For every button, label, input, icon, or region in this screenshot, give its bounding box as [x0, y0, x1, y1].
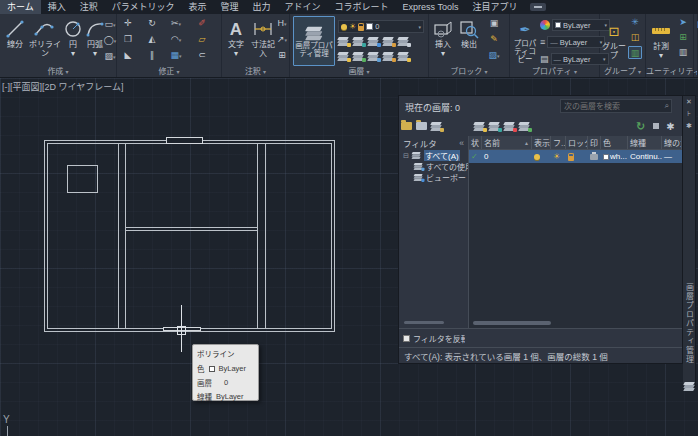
move-tool[interactable]: ✛ — [121, 17, 135, 30]
set-current-layer-button[interactable] — [517, 119, 532, 134]
create-block-tool[interactable]: ▣ — [487, 17, 501, 30]
layer-freeze-tool[interactable] — [368, 37, 379, 46]
block-editor-tool[interactable]: ▨▾ — [487, 49, 501, 62]
match-properties-button[interactable]: ✒ プロパティコピー — [511, 18, 539, 64]
layer-thaw-all-tool[interactable] — [368, 52, 379, 61]
layer-freeze-cell[interactable]: ☀ — [551, 150, 566, 163]
panel-layers-label[interactable]: 画層 ▾ — [290, 65, 428, 76]
layer-unisolate-tool[interactable] — [353, 52, 364, 61]
define-attribute-tool[interactable]: ✎ — [487, 33, 501, 46]
tab-addins[interactable]: アドイン — [278, 0, 328, 14]
insert-block-button[interactable]: 挿入 ▾ — [431, 18, 455, 58]
tab-featured-apps[interactable]: 注目アプリ — [465, 0, 524, 14]
detect-button[interactable]: 検出 — [457, 18, 481, 49]
tab-view[interactable]: 表示 — [182, 0, 214, 14]
group-button[interactable]: ⊡ グループ — [601, 20, 627, 60]
array-tool[interactable]: ▦▾ — [169, 49, 183, 62]
invert-filter-checkbox[interactable] — [403, 335, 410, 342]
panel-annotation-label[interactable]: 注釈 ▾ — [222, 65, 289, 76]
column-name[interactable]: 名前▲ — [482, 136, 532, 149]
layer-dropdown[interactable]: ☀ 0 ▾ — [338, 20, 424, 33]
circle-button[interactable]: 円 ▾ — [62, 18, 84, 58]
measure-button[interactable]: 計測 ▾ — [647, 20, 675, 60]
group-selection-toggle[interactable]: ▥ — [628, 46, 642, 59]
copy-tool[interactable]: ❐ — [121, 33, 135, 46]
group-edit-tool[interactable]: ◫ — [628, 31, 642, 44]
layer-isolate-tool[interactable] — [353, 37, 364, 46]
layer-properties-manager-button[interactable]: 画層プロパティ管理 — [293, 16, 335, 66]
offset-tool[interactable]: ∥ — [145, 49, 159, 62]
palette-close-button[interactable]: ✕ — [683, 96, 695, 108]
layer-lock-cell[interactable] — [566, 150, 588, 163]
quick-select-tool[interactable]: ➤ — [676, 16, 690, 29]
stretch-tool[interactable]: ▱ — [195, 33, 209, 46]
tab-insert[interactable]: 挿入 — [41, 0, 73, 14]
ellipse-tool[interactable]: ◯▾ — [103, 34, 117, 47]
lengthen-tool[interactable]: ⊂ — [195, 49, 209, 62]
layer-lock-tool[interactable] — [383, 37, 394, 46]
palette-properties-button[interactable]: ✱ — [683, 120, 695, 132]
trim-tool[interactable]: ✂▾ — [169, 17, 183, 30]
layer-search-box[interactable]: ⌕ — [560, 99, 672, 113]
filter-viewport-overrides-item[interactable]: ビューポート オーバーライド — [399, 172, 468, 183]
layer-search-input[interactable] — [561, 102, 665, 111]
layer-color-cell[interactable]: wh... — [601, 150, 628, 163]
new-layer-button[interactable] — [472, 119, 487, 134]
filter-all-item[interactable]: ⊟ すべて(A) — [399, 150, 468, 161]
new-property-filter-button[interactable] — [399, 119, 414, 134]
panel-groups-label[interactable]: グループ ▾ — [600, 65, 645, 76]
layer-unlock-tool-2[interactable] — [383, 52, 394, 61]
mirror-tool[interactable]: ◭ — [145, 33, 159, 46]
palette-settings-button[interactable]: ✱ — [663, 119, 678, 134]
calculator-tool[interactable]: ▥ — [676, 46, 690, 59]
paste-tool[interactable]: ▤ — [694, 18, 698, 31]
column-freeze[interactable]: フ... — [551, 136, 566, 149]
tab-annotate[interactable]: 注釈 — [73, 0, 105, 14]
hatch-tool[interactable]: ▨▾ — [103, 50, 117, 63]
new-group-filter-button[interactable] — [414, 119, 429, 134]
refresh-button[interactable]: ↻ — [633, 119, 648, 134]
column-linetype[interactable]: 線種 — [628, 136, 662, 149]
layer-lineweight-cell[interactable]: — — [662, 150, 682, 163]
text-button[interactable]: A 文字 ▾ — [224, 18, 248, 58]
leader-tool[interactable]: H▾ — [275, 17, 289, 30]
layer-linetype-cell[interactable]: Continu... — [628, 150, 662, 163]
panel-properties-label[interactable]: プロパティ ▾ — [510, 65, 599, 76]
ungroup-tool[interactable]: ✳ — [628, 16, 642, 29]
collapse-tree-button[interactable]: « — [459, 138, 464, 148]
panel-utilities-label[interactable]: ユーティリティ ▾ — [646, 65, 693, 76]
erase-tool[interactable]: ✐ — [195, 17, 209, 30]
column-on[interactable]: 表示 — [532, 136, 551, 149]
tab-collaborate[interactable]: コラボレート — [328, 0, 396, 14]
tree-hscrollbar[interactable] — [404, 321, 444, 324]
column-lock[interactable]: ロック — [566, 136, 588, 149]
tab-express-tools[interactable]: Express Tools — [396, 0, 466, 14]
layer-walk-tool[interactable] — [398, 52, 409, 61]
palette-autohide-button[interactable]: ⊦ — [683, 108, 695, 120]
panel-block-label[interactable]: ブロック ▾ — [429, 65, 509, 76]
panel-modify-label[interactable]: 修正 ▾ — [117, 65, 221, 76]
filter-used-layers-item[interactable]: すべての使用中の画層 — [399, 161, 468, 172]
layer-make-current-tool[interactable] — [398, 37, 409, 46]
polyline-button[interactable]: ポリライン — [28, 18, 62, 58]
arc-flyout-caret-icon[interactable]: ▾ — [93, 49, 97, 58]
tab-home[interactable]: ホーム — [0, 0, 41, 14]
layer-on-all-tool[interactable] — [338, 52, 349, 61]
panel-draw-label[interactable]: 作成 ▾ — [0, 65, 116, 76]
select-similar-tool[interactable]: ⊞ — [676, 31, 690, 44]
mleader-tool[interactable]: ↗▾ — [275, 33, 289, 46]
layer-plot-cell[interactable] — [588, 150, 601, 163]
fillet-tool[interactable]: ◠▾ — [169, 33, 183, 46]
toggle-overrides-button[interactable] — [648, 119, 663, 134]
layer-off-tool[interactable] — [338, 37, 349, 46]
linetype-dropdown[interactable]: — ByLayer ▾ — [547, 36, 605, 48]
tab-manage[interactable]: 管理 — [214, 0, 246, 14]
dimension-button[interactable]: 寸法記入 — [248, 18, 278, 58]
column-plot[interactable]: 印 — [588, 136, 601, 149]
circle-flyout-caret-icon[interactable]: ▾ — [71, 49, 75, 58]
tab-parametric[interactable]: パラメトリック — [105, 0, 182, 14]
ribbon-display-toggle-icon[interactable] — [530, 3, 546, 11]
table-tool[interactable]: ⊞ — [275, 49, 289, 62]
new-layer-vp-frozen-button[interactable] — [487, 119, 502, 134]
layer-row-0[interactable]: ✓ 0 ☀ wh... Continu... — — [469, 150, 682, 163]
